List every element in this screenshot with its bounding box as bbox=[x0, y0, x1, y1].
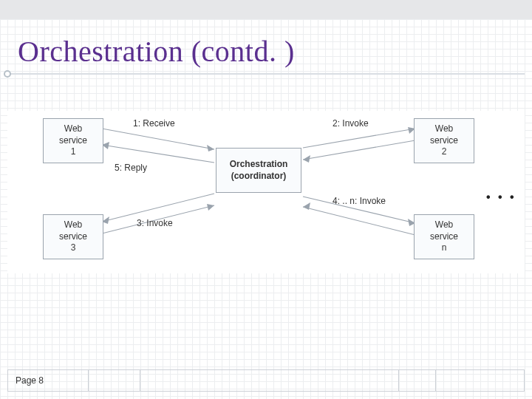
page-number: Page 8 bbox=[7, 369, 89, 392]
svg-line-4 bbox=[303, 129, 415, 148]
footer-end bbox=[436, 369, 525, 392]
slide-footer: Page 8 bbox=[7, 369, 525, 392]
node-label-line1: Web service bbox=[50, 219, 97, 242]
title-bullet-icon bbox=[4, 70, 11, 78]
edge-label-receive: 1: Receive bbox=[133, 118, 175, 129]
footer-spacer bbox=[399, 369, 436, 392]
node-label-line2: n bbox=[420, 242, 468, 254]
edge-label-reply: 5: Reply bbox=[115, 163, 147, 173]
slide-top-bar bbox=[0, 0, 532, 19]
node-label-line1: Web service bbox=[420, 219, 468, 242]
node-label-line2: 2 bbox=[420, 146, 468, 158]
slide-title: Orchestration (contd. ) bbox=[18, 34, 295, 69]
footer-main bbox=[140, 369, 399, 392]
svg-marker-11 bbox=[207, 204, 214, 211]
svg-marker-1 bbox=[207, 145, 214, 151]
node-web-service-1: Web service 1 bbox=[43, 118, 103, 163]
ellipsis-icon: • • • bbox=[486, 191, 516, 204]
node-web-service-3: Web service 3 bbox=[43, 214, 103, 259]
node-label-line1: Web service bbox=[50, 123, 97, 146]
svg-line-6 bbox=[303, 140, 415, 160]
node-label-line2: 1 bbox=[50, 146, 97, 158]
svg-line-2 bbox=[102, 145, 214, 163]
edge-label-invoke-2: 2: Invoke bbox=[332, 118, 369, 129]
node-web-service-n: Web service n bbox=[414, 214, 474, 259]
edge-label-invoke-3: 3: Invoke bbox=[137, 218, 173, 228]
node-label-line1: Web service bbox=[420, 123, 468, 146]
node-label-line2: 3 bbox=[50, 242, 97, 254]
svg-marker-7 bbox=[303, 155, 310, 163]
footer-spacer bbox=[89, 369, 140, 392]
svg-line-0 bbox=[102, 129, 214, 149]
svg-line-14 bbox=[303, 207, 415, 235]
node-web-service-2: Web service 2 bbox=[414, 118, 474, 163]
title-underline bbox=[7, 73, 525, 75]
node-label-line1: Orchestration bbox=[224, 159, 293, 171]
edge-label-invoke-n: 4: .. n: Invoke bbox=[332, 196, 386, 206]
node-orchestration-coordinator: Orchestration (coordinator) bbox=[216, 148, 301, 193]
orchestration-diagram: Web service 1 Web service 2 Web service … bbox=[7, 111, 525, 273]
node-label-line2: (coordinator) bbox=[224, 171, 293, 183]
